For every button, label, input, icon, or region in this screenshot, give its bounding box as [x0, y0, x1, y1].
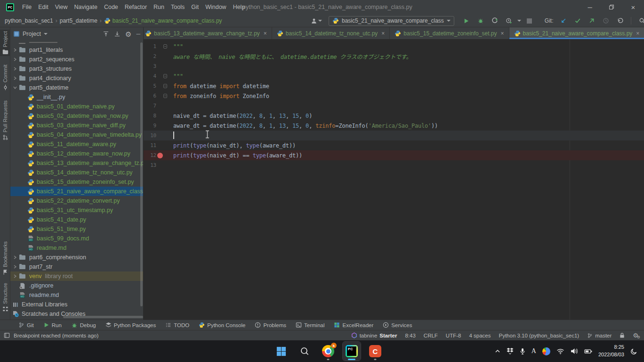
code-line[interactable]: 12 print(type(naive_dt) == type(aware_dt…	[144, 150, 644, 160]
battery-icon[interactable]	[584, 348, 592, 354]
taskbar-search-button[interactable]	[296, 342, 314, 361]
caret-position[interactable]: 8:43	[405, 333, 415, 338]
tree-item[interactable]: part2_sequences	[10, 55, 144, 64]
chevron-collapsed-icon[interactable]	[13, 67, 17, 71]
hide-panel-icon[interactable]: ─	[136, 31, 140, 37]
status-message[interactable]: Breakpoint reached (moments ago)	[14, 333, 98, 338]
code-line[interactable]: 9 aware_dt = datetime(2022, 8, 1, 13, 15…	[144, 121, 644, 131]
horizontal-scrollbar[interactable]	[63, 316, 143, 318]
python-interpreter[interactable]: Python 3.10 (python_basic_sec1)	[499, 333, 579, 338]
chevron-collapsed-icon[interactable]	[13, 76, 17, 80]
menu-tools[interactable]: Tools	[168, 0, 188, 14]
tree-item[interactable]: MD basic5_99_docs.md	[10, 234, 144, 243]
stop-button[interactable]	[524, 16, 535, 26]
microphone-icon[interactable]	[520, 348, 525, 355]
stripe-button-bookmarks[interactable]: Bookmarks	[0, 241, 10, 275]
layout-icon[interactable]	[4, 332, 10, 338]
tree-item[interactable]: basic5_15_datetime_zoneinfo_set.py	[10, 177, 144, 187]
tree-item[interactable]: basic5_11_datetime_aware.py	[10, 140, 144, 149]
gutter[interactable]	[156, 150, 168, 160]
tree-item[interactable]: MD readme.md	[10, 290, 144, 300]
code-line[interactable]: 8 naive_dt = datetime(2022, 8, 1, 13, 15…	[144, 111, 644, 121]
volume-icon[interactable]	[571, 348, 578, 354]
breadcrumb-project[interactable]: python_basic_sec1	[5, 17, 53, 24]
breadcrumb-package[interactable]: part5_datetime	[60, 17, 97, 24]
profile-button[interactable]	[311, 16, 322, 26]
close-icon[interactable]: ×	[381, 30, 385, 37]
code-line[interactable]: 4 """	[144, 71, 644, 81]
tree-item[interactable]: part1_literals	[10, 45, 144, 55]
toolwindow-button-terminal[interactable]: Terminal	[291, 320, 329, 330]
line-number[interactable]: 13	[144, 162, 156, 168]
line-number[interactable]: 9	[144, 123, 156, 129]
menu-code[interactable]: Code	[101, 0, 121, 14]
stripe-button-commit[interactable]: Commit	[0, 65, 10, 90]
line-number[interactable]: 8	[144, 113, 156, 119]
camtasia-taskbar-button[interactable]: C	[366, 342, 384, 361]
gear-icon[interactable]: ⚙	[125, 31, 131, 38]
rollback-button[interactable]	[614, 16, 626, 26]
code-line[interactable]: 10	[144, 131, 644, 140]
menu-git[interactable]: Git	[188, 0, 202, 14]
toolwindow-button-problems[interactable]: Problems	[250, 320, 290, 330]
history-button[interactable]	[600, 16, 612, 26]
stripe-button-project[interactable]: Project	[0, 30, 10, 56]
editor-tab[interactable]: basic5_15_datetime_zoneinfo_set.py ×	[390, 27, 509, 39]
ime-indicator[interactable]: A	[531, 347, 536, 355]
code-line[interactable]: 11 print(type(naive_dt), type(aware_dt))	[144, 140, 644, 150]
tabnine-widget[interactable]: tabnineStarter	[351, 332, 397, 339]
fold-marker-icon[interactable]	[163, 44, 167, 49]
tree-item[interactable]: basic5_04_datetime_naive_timedelta.py	[10, 130, 144, 140]
line-number[interactable]: 6	[144, 93, 156, 99]
indent-setting[interactable]: 4 spaces	[469, 333, 491, 338]
gutter[interactable]	[156, 121, 168, 131]
toolwindow-button-run[interactable]: Run	[39, 320, 66, 330]
git-branch-widget[interactable]: master	[587, 333, 612, 338]
tree-item[interactable]: External Libraries	[10, 300, 144, 309]
chevron-collapsed-icon[interactable]	[13, 58, 17, 61]
stripe-button-structure[interactable]: Structure	[0, 283, 10, 312]
gutter[interactable]	[156, 61, 168, 71]
stripe-button-pull-requests[interactable]: Pull Requests	[0, 100, 10, 140]
menu-refactor[interactable]: Refactor	[121, 0, 150, 14]
chevron-collapsed-icon[interactable]	[13, 255, 17, 259]
line-number[interactable]: 10	[144, 132, 156, 139]
code-line[interactable]: 13	[144, 160, 644, 170]
gutter[interactable]	[156, 101, 168, 111]
taskbar-clock[interactable]: 8:25 2022/08/03	[598, 344, 624, 359]
search-everywhere-button[interactable]	[636, 16, 644, 26]
pycharm-taskbar-button[interactable]: PC	[343, 342, 361, 361]
tree-item[interactable]: basic5_01_datetime_naive.py	[10, 102, 144, 111]
tree-item[interactable]: basic5_41_date.py	[10, 215, 144, 224]
line-number[interactable]: 4	[144, 73, 156, 79]
tree-item[interactable]: basic5_51_time.py	[10, 224, 144, 234]
gutter[interactable]	[156, 111, 168, 121]
tree-item[interactable]: part3_structures	[10, 64, 144, 74]
code-line[interactable]: 7	[144, 101, 644, 111]
line-number[interactable]: 7	[144, 103, 156, 109]
breakpoint-icon[interactable]	[157, 153, 163, 158]
gutter[interactable]	[156, 131, 168, 140]
editor-tab[interactable]: basic5_13_datetime_aware_change_tz.py ×	[144, 27, 272, 39]
breadcrumb-file[interactable]: basic5_21_naive_aware_compare_class.py	[104, 17, 222, 24]
code-editor[interactable]: 1 """ 2 aware な時間、 naive な時間ともに、 datetim…	[144, 40, 644, 320]
line-number[interactable]: 2	[144, 53, 156, 59]
collapse-all-icon[interactable]	[114, 31, 121, 37]
file-encoding[interactable]: UTF-8	[446, 333, 461, 338]
tree-item[interactable]: part6_comprehension	[10, 253, 144, 262]
line-number[interactable]: 12	[144, 152, 156, 158]
tree-item[interactable]: MD readme.md	[10, 243, 144, 253]
run-button[interactable]	[461, 16, 472, 26]
line-number[interactable]: 11	[144, 142, 156, 148]
project-view-selector[interactable]: Project	[23, 31, 41, 37]
menu-window[interactable]: Window	[202, 0, 229, 14]
code-line[interactable]: 6 from zoneinfo import ZoneInfo	[144, 91, 644, 101]
gutter[interactable]	[156, 140, 168, 150]
start-button[interactable]	[272, 342, 290, 361]
night-mode-moon-icon[interactable]	[630, 348, 637, 355]
tree-item[interactable]: basic5_03_datetime_naive_diff.py	[10, 121, 144, 130]
tree-item[interactable]: basic5_31_utc_timestamp.py	[10, 206, 144, 215]
close-icon[interactable]: ×	[500, 30, 504, 37]
wifi-icon[interactable]	[556, 348, 564, 354]
restore-button[interactable]	[601, 0, 622, 14]
